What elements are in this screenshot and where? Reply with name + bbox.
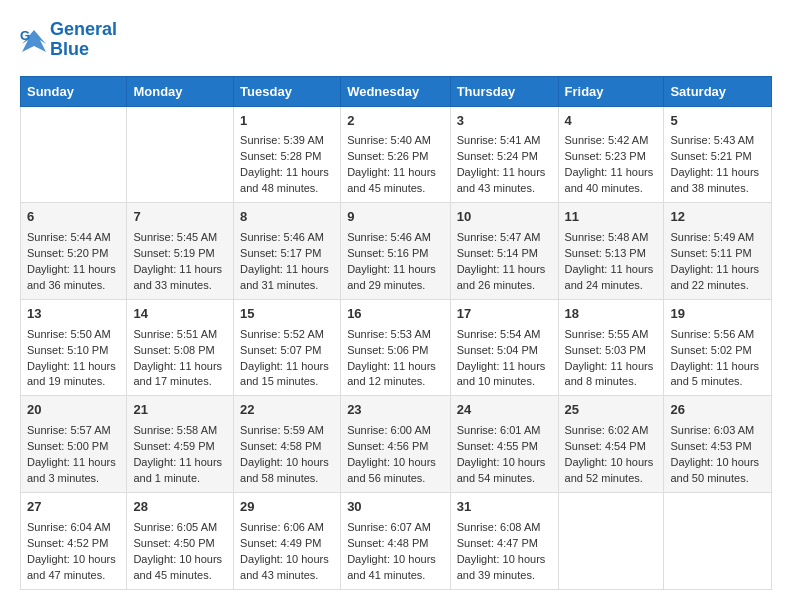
day-cell: 9Sunrise: 5:46 AMSunset: 5:16 PMDaylight…	[341, 203, 451, 300]
day-cell: 16Sunrise: 5:53 AMSunset: 5:06 PMDayligh…	[341, 299, 451, 396]
daylight-text: Daylight: 11 hours and 1 minute.	[133, 455, 227, 487]
sunset-text: Sunset: 4:55 PM	[457, 439, 552, 455]
day-cell: 15Sunrise: 5:52 AMSunset: 5:07 PMDayligh…	[234, 299, 341, 396]
sunset-text: Sunset: 4:54 PM	[565, 439, 658, 455]
sunrise-text: Sunrise: 5:50 AM	[27, 327, 120, 343]
day-number: 28	[133, 498, 227, 517]
day-number: 30	[347, 498, 444, 517]
sunrise-text: Sunrise: 6:07 AM	[347, 520, 444, 536]
daylight-text: Daylight: 10 hours and 58 minutes.	[240, 455, 334, 487]
day-cell: 21Sunrise: 5:58 AMSunset: 4:59 PMDayligh…	[127, 396, 234, 493]
sunset-text: Sunset: 4:49 PM	[240, 536, 334, 552]
daylight-text: Daylight: 10 hours and 52 minutes.	[565, 455, 658, 487]
sunset-text: Sunset: 5:19 PM	[133, 246, 227, 262]
day-number: 25	[565, 401, 658, 420]
day-cell	[127, 106, 234, 203]
sunset-text: Sunset: 4:59 PM	[133, 439, 227, 455]
header-sunday: Sunday	[21, 76, 127, 106]
header-friday: Friday	[558, 76, 664, 106]
sunset-text: Sunset: 5:03 PM	[565, 343, 658, 359]
day-number: 3	[457, 112, 552, 131]
header-monday: Monday	[127, 76, 234, 106]
week-row-3: 13Sunrise: 5:50 AMSunset: 5:10 PMDayligh…	[21, 299, 772, 396]
sunrise-text: Sunrise: 6:03 AM	[670, 423, 765, 439]
sunset-text: Sunset: 5:20 PM	[27, 246, 120, 262]
sunrise-text: Sunrise: 5:53 AM	[347, 327, 444, 343]
day-number: 1	[240, 112, 334, 131]
day-cell: 18Sunrise: 5:55 AMSunset: 5:03 PMDayligh…	[558, 299, 664, 396]
day-number: 23	[347, 401, 444, 420]
sunrise-text: Sunrise: 6:02 AM	[565, 423, 658, 439]
day-cell: 10Sunrise: 5:47 AMSunset: 5:14 PMDayligh…	[450, 203, 558, 300]
day-cell: 25Sunrise: 6:02 AMSunset: 4:54 PMDayligh…	[558, 396, 664, 493]
sunset-text: Sunset: 4:52 PM	[27, 536, 120, 552]
day-cell	[664, 492, 772, 589]
day-cell: 1Sunrise: 5:39 AMSunset: 5:28 PMDaylight…	[234, 106, 341, 203]
sunrise-text: Sunrise: 6:05 AM	[133, 520, 227, 536]
sunrise-text: Sunrise: 5:54 AM	[457, 327, 552, 343]
sunrise-text: Sunrise: 6:01 AM	[457, 423, 552, 439]
sunset-text: Sunset: 5:10 PM	[27, 343, 120, 359]
day-number: 26	[670, 401, 765, 420]
day-cell: 20Sunrise: 5:57 AMSunset: 5:00 PMDayligh…	[21, 396, 127, 493]
daylight-text: Daylight: 11 hours and 19 minutes.	[27, 359, 120, 391]
daylight-text: Daylight: 11 hours and 48 minutes.	[240, 165, 334, 197]
sunset-text: Sunset: 5:21 PM	[670, 149, 765, 165]
daylight-text: Daylight: 10 hours and 45 minutes.	[133, 552, 227, 584]
sunrise-text: Sunrise: 5:52 AM	[240, 327, 334, 343]
day-cell: 12Sunrise: 5:49 AMSunset: 5:11 PMDayligh…	[664, 203, 772, 300]
daylight-text: Daylight: 11 hours and 12 minutes.	[347, 359, 444, 391]
day-number: 19	[670, 305, 765, 324]
day-number: 13	[27, 305, 120, 324]
day-number: 20	[27, 401, 120, 420]
sunrise-text: Sunrise: 5:49 AM	[670, 230, 765, 246]
daylight-text: Daylight: 11 hours and 43 minutes.	[457, 165, 552, 197]
day-number: 18	[565, 305, 658, 324]
day-number: 21	[133, 401, 227, 420]
day-number: 16	[347, 305, 444, 324]
day-cell: 4Sunrise: 5:42 AMSunset: 5:23 PMDaylight…	[558, 106, 664, 203]
sunset-text: Sunset: 5:14 PM	[457, 246, 552, 262]
daylight-text: Daylight: 11 hours and 3 minutes.	[27, 455, 120, 487]
daylight-text: Daylight: 11 hours and 38 minutes.	[670, 165, 765, 197]
sunset-text: Sunset: 5:23 PM	[565, 149, 658, 165]
day-number: 4	[565, 112, 658, 131]
day-number: 31	[457, 498, 552, 517]
page-header: G General Blue	[20, 20, 772, 60]
week-row-4: 20Sunrise: 5:57 AMSunset: 5:00 PMDayligh…	[21, 396, 772, 493]
sunrise-text: Sunrise: 6:00 AM	[347, 423, 444, 439]
sunrise-text: Sunrise: 5:39 AM	[240, 133, 334, 149]
sunrise-text: Sunrise: 5:45 AM	[133, 230, 227, 246]
day-cell: 5Sunrise: 5:43 AMSunset: 5:21 PMDaylight…	[664, 106, 772, 203]
daylight-text: Daylight: 11 hours and 40 minutes.	[565, 165, 658, 197]
week-row-2: 6Sunrise: 5:44 AMSunset: 5:20 PMDaylight…	[21, 203, 772, 300]
sunset-text: Sunset: 5:04 PM	[457, 343, 552, 359]
day-cell: 22Sunrise: 5:59 AMSunset: 4:58 PMDayligh…	[234, 396, 341, 493]
day-number: 5	[670, 112, 765, 131]
daylight-text: Daylight: 11 hours and 15 minutes.	[240, 359, 334, 391]
sunset-text: Sunset: 4:50 PM	[133, 536, 227, 552]
sunrise-text: Sunrise: 5:59 AM	[240, 423, 334, 439]
sunset-text: Sunset: 4:58 PM	[240, 439, 334, 455]
day-number: 14	[133, 305, 227, 324]
daylight-text: Daylight: 11 hours and 10 minutes.	[457, 359, 552, 391]
sunset-text: Sunset: 5:08 PM	[133, 343, 227, 359]
day-cell: 24Sunrise: 6:01 AMSunset: 4:55 PMDayligh…	[450, 396, 558, 493]
day-cell: 23Sunrise: 6:00 AMSunset: 4:56 PMDayligh…	[341, 396, 451, 493]
sunset-text: Sunset: 4:53 PM	[670, 439, 765, 455]
day-number: 10	[457, 208, 552, 227]
day-cell: 6Sunrise: 5:44 AMSunset: 5:20 PMDaylight…	[21, 203, 127, 300]
daylight-text: Daylight: 11 hours and 45 minutes.	[347, 165, 444, 197]
sunset-text: Sunset: 5:26 PM	[347, 149, 444, 165]
sunset-text: Sunset: 5:07 PM	[240, 343, 334, 359]
sunset-text: Sunset: 5:24 PM	[457, 149, 552, 165]
day-number: 17	[457, 305, 552, 324]
sunrise-text: Sunrise: 5:43 AM	[670, 133, 765, 149]
sunrise-text: Sunrise: 5:41 AM	[457, 133, 552, 149]
week-row-5: 27Sunrise: 6:04 AMSunset: 4:52 PMDayligh…	[21, 492, 772, 589]
day-number: 24	[457, 401, 552, 420]
sunset-text: Sunset: 5:13 PM	[565, 246, 658, 262]
header-row: SundayMondayTuesdayWednesdayThursdayFrid…	[21, 76, 772, 106]
daylight-text: Daylight: 11 hours and 33 minutes.	[133, 262, 227, 294]
day-number: 11	[565, 208, 658, 227]
